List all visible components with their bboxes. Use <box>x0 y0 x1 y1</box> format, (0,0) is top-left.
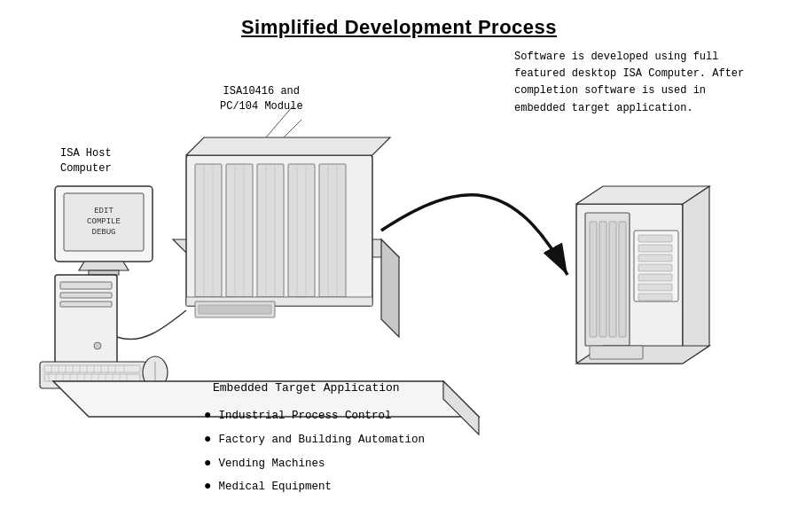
svg-text:COMPILE: COMPILE <box>87 217 121 226</box>
svg-rect-43 <box>195 164 222 297</box>
svg-marker-61 <box>186 137 390 155</box>
svg-rect-44 <box>226 164 253 297</box>
svg-text:DEBUG: DEBUG <box>91 228 115 237</box>
svg-marker-5 <box>79 262 129 270</box>
svg-rect-79 <box>638 264 672 271</box>
svg-rect-45 <box>257 164 284 297</box>
svg-marker-73 <box>683 186 709 364</box>
svg-text:EDIT: EDIT <box>94 207 113 215</box>
svg-rect-84 <box>590 346 643 359</box>
page-container: Simplified Development Process Software … <box>0 0 798 532</box>
svg-point-11 <box>94 342 101 349</box>
list-item-factory: Factory and Building Automation <box>204 427 425 451</box>
application-list: Industrial Process Control Factory and B… <box>204 403 425 498</box>
svg-rect-8 <box>60 282 112 289</box>
svg-line-62 <box>284 120 301 137</box>
list-item-industrial: Industrial Process Control <box>204 403 425 427</box>
svg-rect-76 <box>638 235 672 242</box>
embedded-target-label: Embedded Target Application <box>213 381 400 395</box>
svg-rect-77 <box>638 245 672 252</box>
list-item-medical: Medical Equipment <box>204 474 425 498</box>
svg-rect-60 <box>199 305 271 314</box>
svg-rect-47 <box>319 164 346 297</box>
svg-rect-69 <box>590 222 597 337</box>
svg-rect-9 <box>60 293 112 298</box>
svg-marker-41 <box>381 239 399 337</box>
svg-rect-80 <box>638 274 672 281</box>
svg-rect-72 <box>619 222 626 337</box>
svg-rect-10 <box>60 301 112 307</box>
svg-rect-46 <box>288 164 315 297</box>
svg-rect-81 <box>638 284 672 291</box>
list-item-vending: Vending Machines <box>204 451 425 475</box>
svg-rect-82 <box>638 293 672 301</box>
svg-rect-78 <box>638 254 672 262</box>
svg-rect-70 <box>599 222 606 337</box>
svg-rect-71 <box>609 222 616 337</box>
